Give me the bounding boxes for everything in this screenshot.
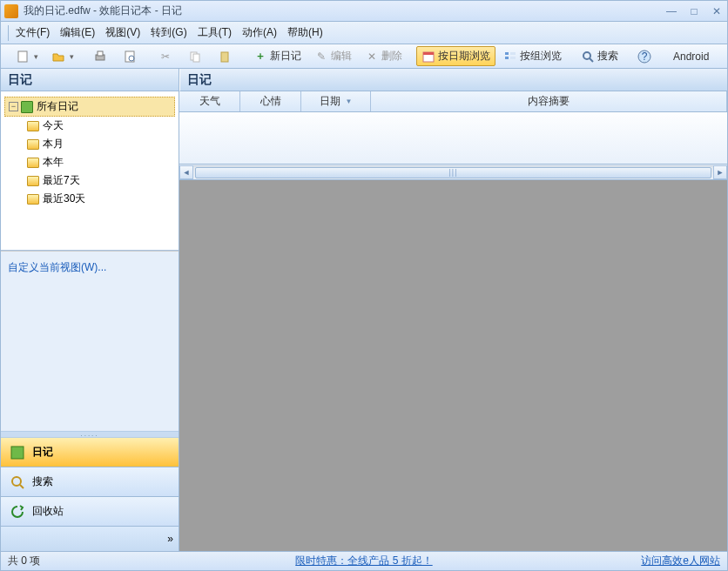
- tree-item-30days[interactable]: 最近30天: [24, 190, 175, 208]
- close-button[interactable]: ✕: [710, 5, 724, 17]
- paste-button[interactable]: [212, 47, 239, 66]
- scroll-right-icon[interactable]: ►: [713, 165, 727, 179]
- status-bar: 共 0 项 限时特惠：全线产品 5 折起！ 访问高效e人网站: [1, 551, 727, 570]
- splitter-handle[interactable]: ∙∙∙∙∙: [1, 431, 179, 438]
- menu-help[interactable]: 帮助(H): [282, 24, 328, 42]
- skin-button[interactable]: 界面风格▾: [723, 46, 728, 66]
- search-button[interactable]: 搜索: [576, 46, 624, 66]
- menu-action[interactable]: 动作(A): [237, 24, 282, 42]
- horizontal-scrollbar[interactable]: ◄ ||| ►: [179, 165, 727, 180]
- copy-button[interactable]: [183, 47, 210, 66]
- edit-diary-label: 编辑: [331, 49, 352, 64]
- new-file-icon: [16, 50, 30, 64]
- print-button[interactable]: [88, 47, 115, 66]
- diary-nav-icon: [10, 445, 25, 460]
- content-title: 日记: [179, 69, 727, 91]
- delete-label: 删除: [381, 49, 402, 64]
- plus-icon: ＋: [253, 50, 267, 64]
- search-icon: [581, 50, 595, 64]
- nav-section: 日记 搜索 回收站: [1, 438, 179, 527]
- promo-link[interactable]: 限时特惠：全线产品 5 折起！: [295, 554, 432, 568]
- grid-body[interactable]: [179, 112, 727, 165]
- print-preview-icon: [123, 50, 137, 64]
- title-bar: 我的日记.edfw - 效能日记本 - 日记 — □ ✕: [1, 1, 727, 22]
- svg-rect-11: [505, 57, 509, 59]
- svg-rect-7: [221, 52, 228, 62]
- svg-line-20: [20, 485, 24, 488]
- sidebar-title: 日记: [1, 69, 179, 91]
- help-button[interactable]: ?: [632, 47, 659, 66]
- tree-item-month[interactable]: 本月: [24, 135, 175, 153]
- folder-icon: [27, 194, 39, 205]
- browse-by-date-label: 按日期浏览: [438, 49, 490, 64]
- open-folder-icon: [51, 50, 65, 64]
- browse-by-date-button[interactable]: 按日期浏览: [416, 46, 495, 66]
- menu-tools[interactable]: 工具(T): [192, 24, 237, 42]
- menu-bar: 文件(F) 编辑(E) 视图(V) 转到(G) 工具(T) 动作(A) 帮助(H…: [1, 22, 727, 44]
- browse-by-group-button[interactable]: 按组浏览: [498, 46, 567, 66]
- new-file-button[interactable]: ▾: [10, 47, 44, 66]
- calendar-icon: [421, 50, 435, 64]
- nav-recycle[interactable]: 回收站: [1, 497, 179, 527]
- tree-item-year[interactable]: 本年: [24, 153, 175, 171]
- svg-rect-9: [423, 52, 434, 55]
- nav-search[interactable]: 搜索: [1, 467, 179, 497]
- recycle-nav-icon: [10, 504, 25, 520]
- edit-diary-button[interactable]: ✎编辑: [309, 46, 357, 66]
- cut-button[interactable]: ✂: [153, 47, 180, 66]
- nav-diary[interactable]: 日记: [1, 438, 179, 467]
- svg-line-15: [590, 58, 593, 62]
- folder-icon: [27, 176, 39, 186]
- svg-rect-0: [18, 51, 27, 62]
- svg-rect-6: [193, 54, 199, 62]
- content-area: 日记 天气 心情 日期 内容摘要 ◄ ||| ►: [179, 69, 727, 551]
- nav-more-icon[interactable]: »: [167, 533, 173, 545]
- scroll-track[interactable]: |||: [193, 165, 713, 179]
- tree-item-7days[interactable]: 最近7天: [24, 171, 175, 190]
- print-preview-button[interactable]: [118, 47, 145, 66]
- status-count: 共 0 项: [8, 554, 40, 568]
- help-icon: ?: [637, 50, 651, 64]
- collapse-icon[interactable]: −: [9, 102, 18, 111]
- tree-root-label: 所有日记: [37, 99, 78, 114]
- site-link[interactable]: 访问高效e人网站: [641, 554, 720, 568]
- delete-button[interactable]: ✕删除: [360, 46, 408, 66]
- new-diary-button[interactable]: ＋新日记: [248, 46, 307, 66]
- maximize-button[interactable]: □: [687, 5, 701, 17]
- window-title: 我的日记.edfw - 效能日记本 - 日记: [24, 3, 664, 18]
- search-nav-icon: [10, 474, 25, 490]
- sidebar: 日记 − 所有日记 今天 本月 本年 最近7天 最近30天 自定义当前视图(W)…: [1, 69, 179, 551]
- grid-header: 天气 心情 日期 内容摘要: [179, 91, 727, 112]
- svg-point-19: [12, 477, 21, 486]
- menu-file[interactable]: 文件(F): [10, 24, 55, 42]
- android-button[interactable]: Android: [668, 48, 714, 65]
- scroll-thumb[interactable]: |||: [195, 167, 711, 178]
- delete-icon: ✕: [365, 50, 379, 64]
- customize-link[interactable]: 自定义当前视图(W)...: [8, 261, 106, 273]
- menu-edit[interactable]: 编辑(E): [55, 24, 100, 42]
- open-button[interactable]: ▾: [46, 47, 79, 66]
- col-mood[interactable]: 心情: [240, 91, 301, 111]
- tree-item-today[interactable]: 今天: [24, 117, 175, 135]
- scroll-left-icon[interactable]: ◄: [179, 165, 193, 179]
- diary-icon: [21, 101, 33, 113]
- tree-root[interactable]: − 所有日记: [4, 97, 175, 117]
- browse-by-group-label: 按组浏览: [520, 49, 562, 64]
- toolbar: ▾ ▾ ✂ ＋新日记 ✎编辑 ✕删除 按日期浏览 按组浏览 搜索 ? Andro…: [1, 44, 727, 69]
- folder-icon: [27, 158, 39, 168]
- group-icon: [503, 50, 517, 64]
- svg-rect-12: [510, 52, 516, 55]
- search-label: 搜索: [597, 49, 618, 64]
- tree-view[interactable]: − 所有日记 今天 本月 本年 最近7天 最近30天: [1, 91, 179, 251]
- menu-view[interactable]: 视图(V): [100, 24, 145, 42]
- minimize-button[interactable]: —: [664, 5, 678, 17]
- cut-icon: ✂: [158, 50, 172, 64]
- col-date[interactable]: 日期: [301, 91, 371, 111]
- pencil-icon: ✎: [314, 50, 328, 64]
- col-weather[interactable]: 天气: [179, 91, 240, 111]
- menu-goto[interactable]: 转到(G): [145, 24, 192, 42]
- android-label: Android: [673, 50, 709, 63]
- col-summary[interactable]: 内容摘要: [371, 91, 727, 111]
- svg-rect-10: [505, 52, 509, 55]
- svg-rect-2: [98, 51, 103, 56]
